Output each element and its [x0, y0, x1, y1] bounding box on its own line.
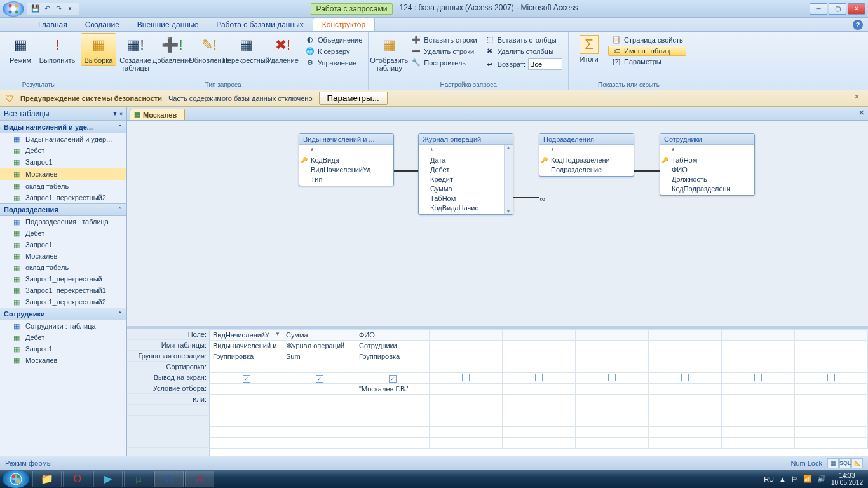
- grid-cell[interactable]: [503, 330, 576, 341]
- grid-cell[interactable]: [795, 395, 868, 405]
- grid-cell[interactable]: Сотрудники: [356, 341, 430, 351]
- office-button[interactable]: [3, 1, 24, 17]
- grid-cell[interactable]: Группировка: [356, 351, 430, 362]
- nav-item[interactable]: ▦Запрос1_перекрестный1: [0, 285, 126, 296]
- checkbox[interactable]: [754, 374, 762, 381]
- table-box[interactable]: Сотрудники*ТабНомФИОДолжностьКодПодразде…: [660, 133, 755, 196]
- grid-cell[interactable]: [283, 416, 356, 427]
- table-field[interactable]: Подразделение: [539, 165, 634, 175]
- grid-cell[interactable]: [503, 416, 576, 427]
- passthrough-button[interactable]: 🌐К серверу: [302, 46, 365, 57]
- grid-cell[interactable]: [210, 416, 283, 427]
- table-field[interactable]: КодВидаНачис: [419, 203, 513, 213]
- table-field[interactable]: *: [660, 146, 754, 156]
- sql-view-icon[interactable]: SQL: [839, 458, 851, 468]
- grid-cell[interactable]: [722, 438, 795, 449]
- table-field[interactable]: Тип: [299, 175, 393, 184]
- grid-cell[interactable]: [649, 384, 722, 395]
- tab-design[interactable]: Конструктор: [313, 18, 375, 31]
- grid-cell[interactable]: [722, 330, 795, 341]
- grid-cell[interactable]: [795, 384, 868, 395]
- select-query-button[interactable]: ▦Выборка: [81, 33, 116, 66]
- grid-cell[interactable]: [210, 405, 283, 416]
- security-close-icon[interactable]: ✕: [854, 93, 864, 103]
- grid-cell[interactable]: [210, 362, 283, 373]
- grid-cell[interactable]: "Москалев Г.В.": [356, 384, 430, 395]
- grid-cell[interactable]: [576, 395, 649, 405]
- checkbox[interactable]: [535, 374, 543, 381]
- doc-tab-active[interactable]: ▦ Москалев: [130, 109, 185, 120]
- save-icon[interactable]: 💾: [31, 4, 41, 14]
- grid-cell[interactable]: [649, 341, 722, 351]
- grid-cell[interactable]: Сумма: [283, 330, 356, 341]
- nav-group-header[interactable]: Подразделения⌃: [0, 203, 126, 216]
- nav-item[interactable]: ▦оклад табель: [0, 180, 126, 192]
- grid-cell[interactable]: [503, 351, 576, 362]
- view-button[interactable]: ▦Режим: [3, 33, 38, 66]
- grid-cell[interactable]: [356, 416, 430, 427]
- grid-cell[interactable]: [430, 351, 503, 362]
- nav-item[interactable]: ▦Запрос1: [0, 156, 126, 168]
- nav-item[interactable]: ▦Дебет: [0, 332, 126, 343]
- insert-rows-button[interactable]: ➕Вставить строки: [408, 34, 480, 45]
- nav-group-header[interactable]: Виды начислений и уде...⌃: [0, 121, 126, 133]
- nav-item[interactable]: ▦Сотрудники : таблица: [0, 320, 126, 332]
- totals-button[interactable]: ΣИтоги: [571, 33, 607, 65]
- help-icon[interactable]: ?: [853, 20, 863, 30]
- grid-cell[interactable]: Виды начислений и: [210, 341, 283, 351]
- nav-item[interactable]: ▦Запрос1_перекрестный2: [0, 192, 126, 203]
- checkbox[interactable]: ✓: [316, 375, 323, 383]
- table-field[interactable]: Дебет: [419, 165, 513, 175]
- maketable-button[interactable]: ▦!Создание таблицы: [118, 33, 153, 74]
- grid-cell[interactable]: [576, 341, 649, 351]
- checkbox[interactable]: [827, 374, 835, 381]
- grid-cell[interactable]: [210, 384, 283, 395]
- grid-cell[interactable]: [576, 351, 649, 362]
- tray-clock[interactable]: 14:3310.05.2012: [831, 472, 863, 486]
- nav-header[interactable]: Все таблицы▼ «: [0, 107, 126, 121]
- grid-cell[interactable]: [722, 384, 795, 395]
- security-options-button[interactable]: Параметры...: [319, 92, 388, 105]
- grid-cell[interactable]: [795, 416, 868, 427]
- grid-cell[interactable]: [503, 427, 576, 438]
- lang-indicator[interactable]: RU: [764, 475, 774, 483]
- grid-cell[interactable]: [503, 405, 576, 416]
- grid-cell[interactable]: [210, 438, 283, 449]
- start-button[interactable]: [3, 470, 29, 488]
- tab-dbtools[interactable]: Работа с базами данных: [207, 18, 312, 31]
- grid-cell[interactable]: [649, 416, 722, 427]
- grid-cell[interactable]: [283, 438, 356, 449]
- tab-create[interactable]: Создание: [76, 18, 128, 31]
- grid-cell[interactable]: [430, 438, 503, 449]
- grid-cell[interactable]: [722, 395, 795, 405]
- grid-cell[interactable]: [649, 373, 722, 384]
- grid-cell[interactable]: [503, 341, 576, 351]
- task-explorer[interactable]: 📁: [32, 471, 62, 487]
- grid-cell[interactable]: [503, 362, 576, 373]
- grid-cell[interactable]: [283, 427, 356, 438]
- datasheet-view-icon[interactable]: ▦: [827, 458, 839, 468]
- task-opera[interactable]: O: [63, 471, 92, 487]
- grid-cell[interactable]: [210, 427, 283, 438]
- grid-cell[interactable]: [430, 384, 503, 395]
- nav-group-header[interactable]: Сотрудники⌃: [0, 308, 126, 320]
- tray-network-icon[interactable]: 📶: [803, 475, 812, 483]
- nav-item[interactable]: ▦Дебет: [0, 145, 126, 156]
- grid-cell[interactable]: [430, 362, 503, 373]
- grid-cell[interactable]: [430, 373, 503, 384]
- grid-cell[interactable]: [795, 351, 868, 362]
- qat-dropdown-icon[interactable]: ▼: [65, 4, 75, 14]
- grid-cell[interactable]: [576, 438, 649, 449]
- grid-cell[interactable]: [795, 405, 868, 416]
- grid-cell[interactable]: [430, 405, 503, 416]
- grid-cell[interactable]: [503, 438, 576, 449]
- propsheet-button[interactable]: 📋Страница свойств: [608, 34, 686, 45]
- crosstab-button[interactable]: ▦Перекрестный: [228, 33, 264, 66]
- nav-item[interactable]: ▦Москалев: [0, 250, 126, 262]
- maximize-button[interactable]: ▢: [829, 3, 846, 15]
- grid-cell[interactable]: [430, 427, 503, 438]
- tablenames-button[interactable]: 🏷Имена таблиц: [608, 46, 686, 56]
- grid-cell[interactable]: [576, 405, 649, 416]
- relationship-canvas[interactable]: 1∞ ∞∞ 1∞ Виды начислений и ...*КодВидаВи…: [127, 121, 868, 329]
- grid-cell[interactable]: [795, 341, 868, 351]
